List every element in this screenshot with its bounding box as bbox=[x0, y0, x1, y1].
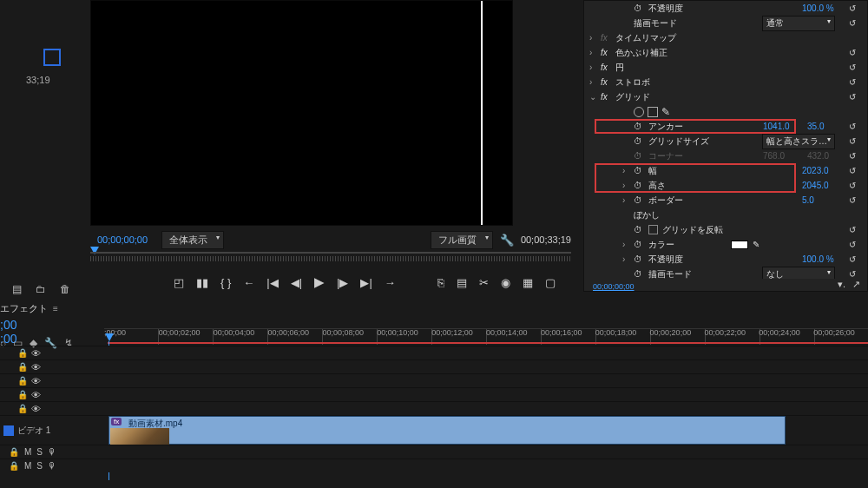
stopwatch-icon[interactable]: ⏱ bbox=[634, 122, 644, 131]
expand-icon[interactable]: › bbox=[622, 195, 629, 205]
camera-icon[interactable]: ◉ bbox=[501, 276, 510, 289]
zoom-dropdown[interactable]: 全体表示 bbox=[161, 231, 224, 249]
export-frame-icon[interactable]: ✂ bbox=[479, 276, 489, 289]
fx-toggle-icon[interactable]: fx bbox=[601, 33, 611, 43]
fx-toggle-icon[interactable]: fx bbox=[601, 77, 611, 87]
lane-v4[interactable] bbox=[104, 346, 868, 359]
expand-icon[interactable]: › bbox=[589, 48, 596, 57]
property-value[interactable]: 5.0 bbox=[802, 195, 842, 205]
list-view-icon[interactable]: ▤ bbox=[12, 283, 22, 295]
expand-icon[interactable]: › bbox=[622, 240, 629, 249]
reset-icon[interactable]: ↺ bbox=[846, 181, 858, 190]
expand-icon[interactable]: › bbox=[622, 181, 629, 190]
share-icon[interactable]: ↗ bbox=[852, 279, 860, 291]
property-dropdown[interactable]: 幅と高さスラ… bbox=[762, 134, 835, 149]
stopwatch-icon[interactable]: ⏱ bbox=[634, 269, 644, 279]
stopwatch-icon[interactable]: ⏱ bbox=[634, 181, 644, 190]
effect-row[interactable]: ⏱アンカー1041.035.0↺ bbox=[584, 119, 858, 134]
effect-row[interactable]: ⌄fxグリッド↺ bbox=[584, 89, 858, 104]
reset-icon[interactable]: ↺ bbox=[846, 166, 858, 175]
work-area-bar[interactable] bbox=[108, 342, 868, 344]
track-head-v3[interactable]: 🔒👁 bbox=[0, 359, 104, 373]
stopwatch-icon[interactable]: ⏱ bbox=[634, 136, 644, 146]
expand-icon[interactable]: › bbox=[589, 77, 596, 87]
property-value-2[interactable]: 432.0 bbox=[807, 151, 842, 161]
effect-row[interactable]: ⏱グリッドサイズ幅と高さスラ…↺ bbox=[584, 134, 858, 148]
sequence-thumbnail[interactable] bbox=[43, 49, 61, 66]
stopwatch-icon[interactable]: ⏱ bbox=[634, 240, 644, 249]
reset-icon[interactable]: ↺ bbox=[846, 92, 858, 102]
effect-row[interactable]: ⏱不透明度100.0 %↺ bbox=[584, 1, 858, 16]
eyedropper-icon[interactable]: ✎ bbox=[753, 240, 760, 249]
stopwatch-icon[interactable]: ⏱ bbox=[634, 254, 644, 264]
lane-a1[interactable] bbox=[104, 445, 868, 458]
property-value[interactable]: 100.0 % bbox=[802, 3, 842, 13]
reset-icon[interactable]: ↺ bbox=[846, 254, 858, 264]
lift-icon[interactable]: ⎘ bbox=[437, 276, 444, 289]
play-fwd-icon[interactable]: |▶ bbox=[337, 276, 348, 289]
play-icon[interactable]: ▶ bbox=[314, 274, 325, 290]
track-head-v4[interactable]: 🔒👁 bbox=[0, 346, 104, 359]
property-value-2[interactable]: 35.0 bbox=[807, 122, 842, 131]
stopwatch-icon[interactable]: ⏱ bbox=[634, 166, 644, 175]
effect-row[interactable]: ›⏱不透明度100.0 %↺ bbox=[584, 252, 858, 267]
panel-timecode[interactable]: 00;00;00;00 bbox=[593, 282, 635, 291]
effect-row[interactable]: ぼかし bbox=[584, 208, 858, 222]
fx-toggle-icon[interactable]: fx bbox=[601, 48, 611, 57]
mark-in-icon[interactable]: ◰ bbox=[174, 276, 184, 289]
reset-icon[interactable]: ↺ bbox=[846, 195, 858, 205]
effect-row[interactable]: ⏱グリッドを反転↺ bbox=[584, 222, 858, 237]
clip-fx-badge[interactable]: fx bbox=[111, 418, 122, 425]
track-head-a2[interactable]: 🔒MS🎙 bbox=[0, 458, 104, 472]
filter-icon[interactable]: ▾. bbox=[838, 279, 845, 291]
go-out-icon[interactable]: → bbox=[385, 276, 396, 289]
mark-clip-icon[interactable]: { } bbox=[220, 276, 231, 289]
bin-thumbnails[interactable] bbox=[0, 0, 84, 69]
folder-icon[interactable]: 🗀 bbox=[36, 283, 46, 295]
step-fwd-icon[interactable]: ▶| bbox=[360, 276, 372, 289]
stopwatch-off-icon[interactable]: ⏱ bbox=[634, 151, 644, 161]
safe-margins-icon[interactable]: ▢ bbox=[545, 276, 556, 289]
property-value[interactable]: 100.0 % bbox=[802, 254, 842, 264]
step-back-icon[interactable]: |◀ bbox=[266, 276, 278, 289]
track-head-a1[interactable]: 🔒MS🎙 bbox=[0, 445, 104, 458]
property-value[interactable]: 2045.0 bbox=[802, 181, 842, 190]
reset-icon[interactable]: ↺ bbox=[846, 122, 858, 131]
expand-icon[interactable]: › bbox=[589, 33, 596, 43]
reset-icon[interactable]: ↺ bbox=[846, 136, 858, 146]
pen-mask-icon[interactable]: ✎ bbox=[661, 106, 670, 118]
tab-close-icon[interactable]: ≡ bbox=[53, 304, 58, 313]
trash-icon[interactable]: 🗑 bbox=[60, 283, 70, 295]
fx-toggle-icon[interactable]: fx bbox=[601, 92, 611, 102]
program-monitor[interactable] bbox=[90, 0, 513, 226]
reset-icon[interactable]: ↺ bbox=[846, 225, 858, 234]
reset-icon[interactable]: ↺ bbox=[846, 151, 858, 161]
property-value[interactable]: 768.0 bbox=[763, 151, 803, 161]
stopwatch-icon[interactable]: ⏱ bbox=[634, 3, 644, 13]
lane-v1a[interactable] bbox=[104, 401, 868, 415]
effect-row[interactable]: ›⏱幅2023.0↺ bbox=[584, 163, 858, 178]
track-head-v1a[interactable]: 🔒👁 bbox=[0, 401, 104, 415]
effect-row[interactable]: ⏱コーナー768.0432.0↺ bbox=[584, 148, 858, 163]
play-back-icon[interactable]: ◀| bbox=[291, 276, 302, 289]
settings-icon[interactable]: 🔧 bbox=[500, 234, 514, 247]
effect-row[interactable]: ✎ bbox=[584, 104, 858, 119]
lane-v1[interactable]: fx 動画素材.mp4 bbox=[104, 415, 868, 445]
timecode-left[interactable]: 00;00;00;00 bbox=[90, 234, 155, 245]
effect-row[interactable]: ⏱描画モードなし↺ bbox=[584, 267, 858, 279]
track-head-v2[interactable]: 🔒👁 bbox=[0, 373, 104, 387]
reset-icon[interactable]: ↺ bbox=[846, 48, 858, 57]
lane-v2[interactable] bbox=[104, 373, 868, 387]
timeline-playhead[interactable] bbox=[105, 333, 114, 341]
property-dropdown[interactable]: 通常 bbox=[762, 16, 835, 31]
effect-row[interactable]: ›⏱高さ2045.0↺ bbox=[584, 178, 858, 193]
lane-v3[interactable] bbox=[104, 359, 868, 373]
effect-row[interactable]: ›⏱カラー ✎↺ bbox=[584, 237, 858, 252]
property-value[interactable]: 2023.0 bbox=[802, 166, 842, 175]
property-value[interactable]: 1041.0 bbox=[763, 122, 803, 131]
property-dropdown[interactable]: なし bbox=[762, 267, 835, 280]
effect-row[interactable]: ›fx色かぶり補正↺ bbox=[584, 45, 858, 60]
stopwatch-icon[interactable]: ⏱ bbox=[634, 195, 644, 205]
track-head-v1b[interactable]: 🔒👁 bbox=[0, 387, 104, 401]
reset-icon[interactable]: ↺ bbox=[846, 63, 858, 72]
